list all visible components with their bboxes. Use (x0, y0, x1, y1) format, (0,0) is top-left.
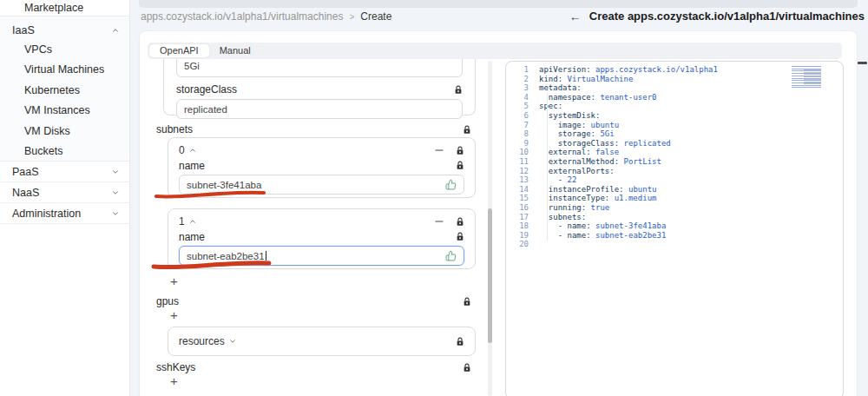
page-title-bar: ← Create apps.cozystack.io/v1alpha1/virt… (569, 10, 865, 23)
code-line: 13 - 22 (506, 175, 843, 185)
lock-icon[interactable] (456, 232, 464, 241)
back-arrow-icon[interactable]: ← (569, 10, 582, 23)
form-scrollbar-thumb[interactable] (488, 208, 492, 343)
remove-item-button[interactable] (435, 217, 444, 226)
line-number: 5 (511, 102, 529, 111)
lock-icon[interactable] (463, 363, 471, 373)
lock-icon[interactable] (456, 146, 464, 155)
breadcrumb-separator: > (349, 12, 354, 22)
yaml-editor[interactable]: 1apiVersion: apps.cozystack.io/v1alpha1 … (505, 61, 844, 396)
thumbs-up-icon[interactable] (445, 250, 457, 261)
code-line: 8 storage: 5Gi (506, 129, 843, 139)
yaml-value: u1.medium (609, 194, 656, 203)
yaml-value: replicated (619, 139, 671, 148)
sidebar-item-vpcs[interactable]: VPCs (0, 39, 129, 60)
code-line: 12 externalPorts: (506, 167, 843, 176)
line-number: 9 (511, 139, 529, 148)
thumbs-up-icon[interactable] (445, 179, 457, 190)
sidebar-item-buckets[interactable]: Buckets (0, 142, 129, 162)
line-number: 7 (511, 121, 529, 130)
resources-toggle[interactable]: resources (179, 335, 236, 347)
tab-manual[interactable]: Manual (209, 44, 261, 57)
yaml-key: spec: (539, 102, 562, 111)
chevron-down-icon (112, 187, 119, 199)
chevron-up-icon (112, 24, 119, 36)
code-line: 9 storageClass: replicated (506, 139, 843, 148)
lock-icon[interactable] (456, 337, 464, 346)
subnet-item-0-card: 0 name subnet-3fe41aba (168, 137, 476, 198)
line-number: 2 (511, 75, 529, 84)
code-line: 20 (506, 240, 843, 249)
yaml-value: tenant-user0 (595, 93, 656, 102)
code-line: 11 externalMethod: PortList (506, 157, 843, 167)
subnets-section-header: subnets (156, 123, 476, 135)
subnet-1-name-input[interactable]: subnet-eab2be31 (179, 246, 464, 266)
app-window: Marketplace IaaS VPCs Virtual Machines K… (0, 0, 868, 396)
yaml-key: externalMethod: (539, 157, 619, 167)
line-number: 11 (511, 157, 529, 167)
subnet-item-1-collapse[interactable]: 1 (179, 215, 196, 228)
line-number: 16 (511, 203, 529, 213)
subnet-0-name-input[interactable]: subnet-3fe41aba (179, 175, 464, 195)
breadcrumb-current: Create (360, 10, 391, 23)
line-number: 10 (511, 148, 529, 157)
lock-icon[interactable] (463, 297, 471, 307)
editor-minimap-detail (804, 69, 821, 85)
add-subnet-button[interactable]: + (170, 275, 184, 289)
lock-icon[interactable] (456, 217, 464, 227)
line-number: 15 (511, 194, 529, 203)
code-line: 18 - name: subnet-3fe41aba (506, 221, 843, 231)
lock-icon[interactable] (456, 161, 464, 170)
remove-item-button[interactable] (435, 146, 444, 155)
code-line: 5spec: (506, 102, 843, 111)
yaml-key: metadata: (539, 83, 582, 93)
sshkeys-label: sshKeys (156, 361, 195, 373)
yaml-value: ubuntu (586, 121, 619, 130)
line-number: 18 (511, 221, 529, 231)
line-number: 6 (511, 111, 529, 121)
breadcrumb-resource-link[interactable]: apps.cozystack.io/v1alpha1/virtualmachin… (141, 10, 343, 23)
yaml-key: systemDisk: (539, 111, 600, 121)
yaml-key: storageClass: (539, 139, 619, 148)
line-number: 19 (511, 231, 529, 241)
sidebar-item-vm-disks[interactable]: VM Disks (0, 121, 129, 142)
lock-icon[interactable] (463, 125, 471, 135)
sidebar-item-vm-instances[interactable]: VM Instances (0, 101, 129, 122)
indent-guide (547, 93, 548, 241)
yaml-value: false (591, 148, 620, 157)
sidebar-item-administration[interactable]: Administration (0, 203, 129, 224)
yaml-value: true (586, 203, 609, 213)
yaml-value: VirtualMachine (562, 75, 633, 84)
storageclass-input[interactable]: replicated (176, 99, 463, 119)
sidebar-group-iaas: IaaS VPCs Virtual Machines Kubernetes VM… (0, 16, 129, 162)
breadcrumb: apps.cozystack.io/v1alpha1/virtualmachin… (141, 10, 391, 23)
add-gpu-button[interactable]: + (170, 309, 184, 323)
collapsed-header-strip (139, 0, 858, 8)
editor-mode-tabs: OpenAPI Manual (148, 43, 842, 59)
chevron-down-icon (112, 166, 119, 178)
code-line: 19 - name: subnet-eab2be31 (506, 231, 843, 241)
add-sshkey-button[interactable]: + (170, 375, 184, 389)
sidebar-item-kubernetes[interactable]: Kubernetes (0, 80, 129, 101)
code-line: 10 external: false (506, 148, 843, 157)
systemdisk-group-card: 5Gi storageClass replicated (163, 59, 476, 116)
sidebar-item-marketplace[interactable]: Marketplace (0, 0, 129, 16)
yaml-key: - (539, 175, 562, 185)
subnet-item-0-collapse[interactable]: 0 (179, 144, 196, 156)
line-number: 14 (511, 185, 529, 195)
line-number: 12 (511, 167, 529, 176)
storageclass-label: storageClass (176, 83, 237, 96)
sidebar-item-paas[interactable]: PaaS (0, 162, 129, 182)
storage-input[interactable]: 5Gi (176, 59, 463, 77)
code-line: 14 instanceProfile: ubuntu (506, 185, 843, 195)
tab-openapi[interactable]: OpenAPI (149, 44, 209, 57)
sidebar-item-virtual-machines[interactable]: Virtual Machines (0, 60, 129, 81)
line-number: 1 (511, 65, 529, 75)
code-line: 6 systemDisk: (506, 111, 843, 121)
page-scrollbar-thumb[interactable] (858, 62, 867, 64)
line-number: 8 (511, 129, 529, 139)
line-number: 13 (511, 175, 529, 185)
sidebar-item-naas[interactable]: NaaS (0, 182, 129, 203)
lock-icon[interactable] (454, 85, 463, 95)
yaml-value: 5Gi (595, 129, 615, 139)
